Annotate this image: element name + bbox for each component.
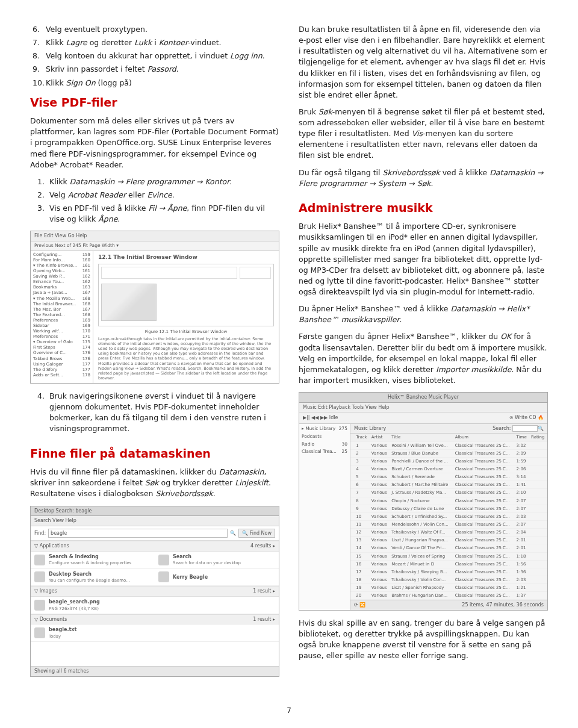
paragraph: Første gangen du åpner Helix* Banshee™, … (299, 331, 548, 386)
search-input[interactable]: beagle (48, 529, 228, 538)
pdf-menubar[interactable]: File Edit View Go Help (31, 231, 279, 241)
pdf-sidebar[interactable]: Configuring...159For More Info...160▾ Th… (31, 251, 93, 383)
text: Velg kontoen du akkurat har opprettet, i… (46, 51, 265, 60)
docs-count: 1 result ▸ (253, 616, 275, 623)
text: Du åpner Helix* Banshee™ ved å klikke Da… (299, 304, 529, 324)
paragraph: Du åpner Helix* Banshee™ ved å klikke Da… (299, 303, 548, 325)
list-item: Skriv inn passordet i feltet Passord. (30, 64, 279, 75)
write-cd-button[interactable]: ⊙ Write CD 🔥 (509, 414, 544, 422)
text: Vis en PDF-fil ved å klikke Fil → Åpne, … (49, 204, 265, 223)
list-item: Vis en PDF-fil ved å klikke Fil → Åpne, … (47, 203, 279, 225)
heading-finne-filer: Finne filer på datamaskinen (30, 446, 279, 462)
find-label: Find: (34, 530, 46, 537)
playback-controls[interactable]: ▶|| ◀◀ ▶▶ Idle (303, 414, 338, 422)
figure-pdf-viewer: File Edit View Go Help Previous Next of … (30, 231, 279, 384)
pdf-body-text: Large-or-breakthrough tabs in the initia… (98, 337, 274, 381)
page-number: 7 (30, 706, 548, 716)
list-item: Velg Acrobat Reader eller Evince. (47, 190, 279, 201)
banshee-sidebar[interactable]: ▸ Music Library275 Podcasts Radio30 Clas… (299, 424, 350, 610)
text: Velg Acrobat Reader eller Evince. (49, 190, 175, 199)
text: Skriv inn passordet i feltet Passord. (46, 64, 179, 73)
search-icon: 🔍 (230, 530, 236, 537)
paragraph: Hvis du vil finne filer på datamaskinen,… (30, 467, 279, 499)
text: Du får også tilgang til Skrivebordssøk v… (299, 168, 544, 188)
heading-vise-pdf: Vise PDF-filer (30, 95, 279, 111)
list-item: Klikk Sign On (logg på) (30, 78, 279, 89)
left-column: Velg eventuelt proxytypen. Klikk Lagre o… (30, 24, 279, 684)
text: Klikk Datamaskin → Flere programmer → Ko… (49, 177, 232, 186)
banshee-search-input[interactable] (512, 425, 538, 432)
numbered-list-pdf-cont: Bruk navigeringsikonene øverst i vinduet… (30, 391, 279, 435)
penguin-icon (101, 284, 157, 321)
search-menubar[interactable]: Search View Help (31, 516, 279, 526)
pdf-content: 12.1 The Initial Browser Window Figure 1… (93, 251, 279, 383)
paragraph: Dokumenter som må deles eller skrives ut… (30, 116, 279, 170)
paragraph: Bruk Søk-menyen til å begrense søket til… (299, 107, 548, 161)
tab-music-library[interactable]: Music Library (354, 425, 386, 432)
banshee-menubar[interactable]: Music Edit Playback Tools View Help (299, 403, 547, 413)
window-title: Helix™ Banshee Music Player (299, 393, 547, 403)
images-results: beagle_search.pngPNG 726x374 (43,7 KB) (31, 597, 279, 614)
heading-admin-musikk: Administrere musikk (299, 200, 548, 217)
window-title: Desktop Search: beagle (31, 506, 279, 517)
status-bar: Showing all 6 matches (31, 666, 279, 676)
library-status: 25 items, 47 minutes, 36 seconds (462, 602, 544, 609)
paragraph: Bruk Helix* Banshee™ til å importere CD-… (299, 221, 548, 297)
track-table[interactable]: TrackArtistTitleAlbumTimeRating 1Various… (350, 434, 547, 600)
paragraph: Du får også tilgang til Skrivebordssøk v… (299, 167, 548, 189)
text: Klikk Lagre og deretter Lukk i Kontoer-v… (46, 38, 222, 47)
category-images[interactable]: Images (40, 588, 57, 594)
right-column: Du kan bruke resultatlisten til å åpne e… (299, 24, 548, 684)
apps-count: 4 results ▸ (250, 543, 275, 550)
list-item: Klikk Lagre og deretter Lukk i Kontoer-v… (30, 37, 279, 48)
numbered-list-proxy: Velg eventuelt proxytypen. Klikk Lagre o… (30, 24, 279, 89)
text: Hvis du vil finne filer på datamaskinen,… (30, 467, 271, 498)
text: Bruk navigeringsikonene øverst i vinduet… (49, 391, 266, 433)
text: Velg eventuelt proxytypen. (46, 25, 148, 34)
category-docs[interactable]: Documents (40, 617, 67, 622)
search-label: Search: (493, 426, 511, 431)
paragraph: Hvis du skal spille av en sang, trenger … (299, 618, 548, 662)
figure-desktop-search: Desktop Search: beagle Search View Help … (30, 506, 279, 677)
numbered-list-pdf: Klikk Datamaskin → Flere programmer → Ko… (30, 176, 279, 225)
text: Klikk Sign On (logg på) (46, 78, 132, 87)
pdf-section-title: 12.1 The Initial Browser Window (98, 254, 274, 261)
find-now-button[interactable]: 🔍 Find Now (238, 529, 275, 538)
repeat-shuffle-icons[interactable]: ⟳ 🔀 (354, 602, 365, 609)
figure-banshee: Helix™ Banshee Music Player Music Edit P… (299, 392, 548, 611)
docs-results: beagle.txtToday (31, 624, 279, 642)
figure-caption: Figure 12.1 The Initial Browser Window (98, 329, 274, 335)
list-item: Bruk navigeringsikonene øverst i vinduet… (47, 391, 279, 435)
list-item: Velg eventuelt proxytypen. (30, 24, 279, 35)
list-item: Klikk Datamaskin → Flere programmer → Ko… (47, 176, 279, 187)
images-count: 1 result ▸ (253, 588, 275, 595)
category-apps[interactable]: Applications (40, 543, 69, 549)
text: Bruk Søk-menyen til å begrense søket til… (299, 107, 545, 160)
pdf-toolbar[interactable]: Previous Next of 245 Fit Page Width ▾ (31, 241, 279, 251)
apps-results: Search & IndexingConfigure search & inde… (31, 552, 279, 586)
list-item: Velg kontoen du akkurat har opprettet, i… (30, 51, 279, 61)
paragraph: Du kan bruke resultatlisten til å åpne e… (299, 24, 548, 101)
text: Første gangen du åpner Helix* Banshee™, … (299, 332, 547, 385)
